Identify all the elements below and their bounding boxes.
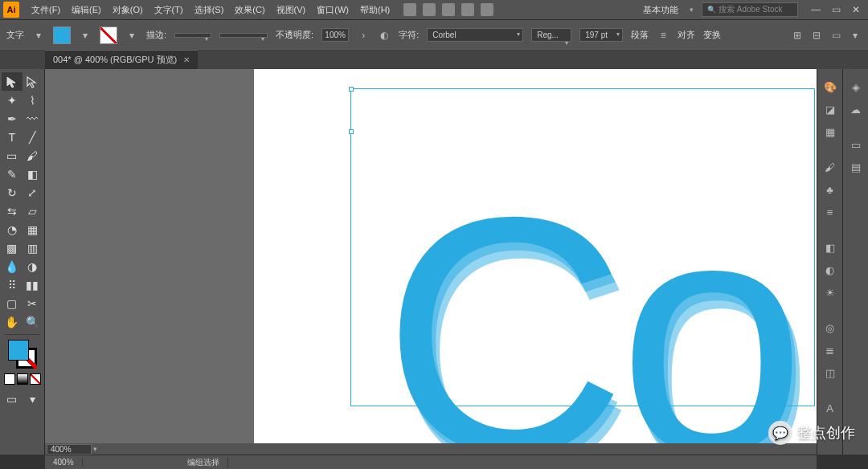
opt-icon[interactable]: ⊟ (810, 29, 823, 42)
symbol-sprayer-tool[interactable]: ⠿ (2, 275, 23, 294)
selection-handle[interactable] (349, 129, 354, 134)
zoom-status[interactable]: 400% (45, 458, 83, 467)
panel-color-icon[interactable]: 🎨 (821, 77, 840, 96)
paragraph-label[interactable]: 段落 (631, 29, 649, 41)
perspective-tool[interactable]: ▦ (23, 220, 43, 239)
slice-tool[interactable]: ✂ (23, 294, 43, 312)
extra-icon[interactable] (403, 3, 416, 16)
chevron-down-icon[interactable]: ▾ (32, 29, 45, 42)
opt-menu-icon[interactable]: ▾ (849, 29, 862, 42)
color-mode-gradient[interactable] (17, 373, 28, 385)
brush-def-dropdown[interactable] (219, 33, 268, 38)
eraser-tool[interactable]: ◧ (23, 165, 43, 183)
graph-tool[interactable]: ▮▮ (23, 275, 43, 294)
fill-indicator[interactable] (8, 340, 29, 361)
screen-mode-tool[interactable]: ▭ (2, 389, 23, 408)
free-transform-tool[interactable]: ▱ (23, 202, 43, 220)
paintbrush-tool[interactable]: 🖌 (23, 146, 43, 165)
paragraph-icon[interactable]: ≡ (657, 29, 669, 42)
canvas[interactable]: Co Co Co 400% ▾ (45, 69, 817, 455)
panel-symbol-icon[interactable]: ♣ (821, 180, 840, 199)
extra-icon[interactable] (461, 3, 474, 16)
panel-asset-icon[interactable]: ▤ (846, 157, 866, 177)
fill-color-swatch[interactable] (53, 27, 71, 44)
menu-item[interactable]: 文件(F) (26, 4, 66, 16)
lasso-tool[interactable]: ⌇ (23, 91, 43, 109)
artboard-tool[interactable]: ▢ (2, 294, 23, 312)
close-button[interactable]: ✕ (852, 4, 860, 15)
panel-appear-icon[interactable]: ☀ (821, 283, 840, 302)
style-icon[interactable]: ◐ (378, 29, 391, 42)
color-mode-none[interactable] (30, 373, 41, 385)
menu-item[interactable]: 窗口(W) (311, 4, 354, 16)
blend-tool[interactable]: ◑ (23, 257, 43, 275)
menu-item[interactable]: 视图(V) (271, 4, 312, 16)
chevron-down-icon[interactable]: ▾ (690, 6, 694, 14)
extra-icon[interactable] (423, 3, 436, 16)
panel-gstyle-icon[interactable]: ◎ (821, 318, 840, 337)
pen-tool[interactable]: ✒ (2, 109, 23, 128)
opacity-field[interactable]: 100% (321, 28, 349, 42)
font-size-dropdown[interactable]: 197 pt (579, 28, 623, 42)
chevron-down-icon[interactable]: ▾ (79, 29, 92, 42)
direct-selection-tool[interactable] (23, 72, 43, 91)
menu-item[interactable]: 效果(C) (229, 4, 270, 16)
panel-brush-icon[interactable]: 🖌 (821, 157, 840, 177)
curvature-tool[interactable]: 〰 (23, 109, 43, 128)
gradient-tool[interactable]: ▥ (23, 239, 43, 257)
fill-stroke-block[interactable] (8, 340, 37, 369)
shape-builder-tool[interactable]: ◔ (2, 220, 23, 239)
color-mode-solid[interactable] (4, 373, 15, 385)
type-tool[interactable]: T (2, 128, 23, 146)
panel-pathf-icon[interactable]: ◫ (821, 363, 840, 382)
panel-grad-icon[interactable]: ◧ (821, 238, 840, 257)
menu-item[interactable]: 编辑(E) (66, 4, 107, 16)
scale-tool[interactable]: ⤢ (23, 183, 43, 202)
panel-cc-icon[interactable]: ☁ (846, 100, 866, 119)
panel-swatch-icon[interactable]: ▦ (821, 122, 840, 141)
magic-wand-tool[interactable]: ✦ (2, 91, 23, 109)
rectangle-tool[interactable]: ▭ (2, 146, 23, 165)
panel-char2-icon[interactable]: A (821, 398, 840, 418)
maximize-button[interactable]: ▭ (832, 4, 841, 15)
menu-item[interactable]: 文字(T) (149, 4, 189, 16)
opt-icon[interactable]: ▭ (829, 29, 842, 42)
align-label[interactable]: 对齐 (678, 29, 695, 41)
zoom-tool[interactable]: 🔍 (23, 312, 43, 331)
selection-handle[interactable] (349, 87, 354, 92)
stock-search-input[interactable]: 搜索 Adobe Stock (702, 2, 798, 17)
extra-icon[interactable] (481, 3, 493, 16)
chevron-right-icon[interactable]: › (357, 29, 370, 42)
eyedropper-tool[interactable]: 💧 (2, 257, 23, 275)
extra-icon[interactable] (442, 3, 455, 16)
menu-item[interactable]: 帮助(H) (354, 4, 395, 16)
panel-stroke-icon[interactable]: ≡ (821, 202, 840, 222)
selection-tool[interactable] (2, 72, 23, 91)
mesh-tool[interactable]: ▩ (2, 239, 23, 257)
chevron-down-icon[interactable]: ▾ (125, 29, 138, 42)
panel-guide-icon[interactable]: ◪ (821, 100, 840, 119)
close-icon[interactable]: ✕ (183, 55, 190, 64)
stroke-color-swatch[interactable] (100, 27, 117, 44)
chevron-down-icon[interactable]: ▾ (93, 445, 97, 453)
rotate-tool[interactable]: ↻ (2, 183, 23, 202)
panel-align-icon[interactable]: ≣ (821, 341, 840, 360)
document-tab[interactable]: 004* @ 400% (RGB/GPU 预览) ✕ (45, 50, 198, 69)
minimize-button[interactable]: — (811, 4, 821, 15)
hand-tool[interactable]: ✋ (2, 312, 23, 331)
shaper-tool[interactable]: ✎ (2, 165, 23, 183)
transform-label[interactable]: 变换 (703, 29, 721, 41)
opt-icon[interactable]: ⊞ (791, 29, 804, 42)
menu-item[interactable]: 选择(S) (189, 4, 230, 16)
workspace-switcher[interactable]: 基本功能 (640, 4, 682, 16)
menu-item[interactable]: 对象(O) (107, 4, 149, 16)
draw-mode-tool[interactable]: ▾ (23, 389, 43, 408)
font-family-dropdown[interactable]: Corbel (427, 28, 523, 42)
width-tool[interactable]: ⇆ (2, 202, 23, 220)
line-tool[interactable]: ╱ (23, 128, 43, 146)
zoom-field[interactable]: 400% (47, 444, 92, 455)
stroke-weight-dropdown[interactable] (174, 33, 211, 38)
panel-trans-icon[interactable]: ◐ (821, 260, 840, 279)
font-style-dropdown[interactable]: Reg... (531, 28, 571, 42)
panel-layers-icon[interactable]: ◈ (846, 77, 866, 96)
